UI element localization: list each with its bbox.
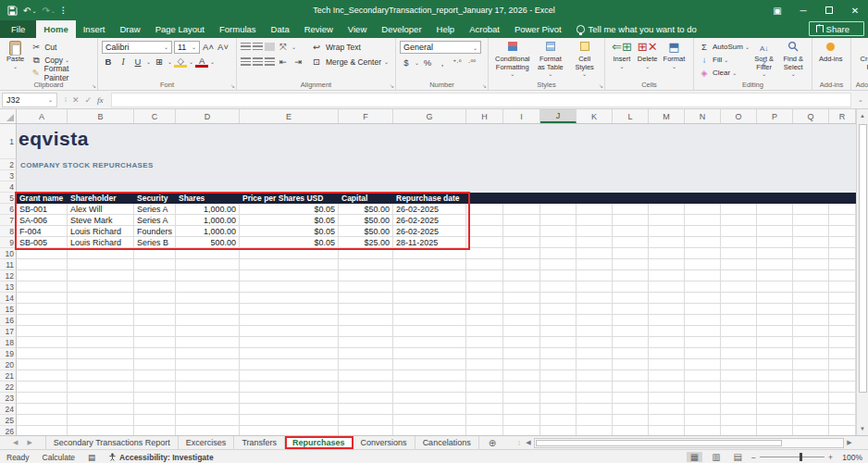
empty-cell[interactable] xyxy=(685,259,721,270)
empty-cell[interactable] xyxy=(176,370,240,382)
table-header-cell[interactable]: Shares xyxy=(176,193,240,204)
empty-cell[interactable] xyxy=(17,270,68,282)
empty-cell[interactable] xyxy=(757,248,793,259)
table-data-cell[interactable]: SA-006 xyxy=(17,215,68,226)
column-header-D[interactable]: D xyxy=(176,109,240,123)
select-all-corner[interactable] xyxy=(0,109,17,123)
empty-cell[interactable] xyxy=(134,304,176,315)
column-header-J[interactable]: J xyxy=(540,109,577,123)
insert-cells-button[interactable]: ⇐⊞ Insert⌄ xyxy=(609,41,635,70)
empty-cell[interactable] xyxy=(685,304,721,315)
band-row-3[interactable] xyxy=(17,170,856,181)
ribbon-tab-page-layout[interactable]: Page Layout xyxy=(148,20,212,38)
formula-input[interactable] xyxy=(111,93,851,107)
ribbon-tab-view[interactable]: View xyxy=(341,20,374,38)
row-header-16[interactable]: 16 xyxy=(0,315,17,326)
empty-cell[interactable] xyxy=(793,426,829,435)
borders-caret-icon[interactable]: ⌄ xyxy=(167,58,172,65)
empty-cell[interactable] xyxy=(577,304,613,315)
table-data-cell[interactable]: SB-005 xyxy=(17,237,68,248)
empty-cell[interactable] xyxy=(577,337,613,348)
page-break-view-icon[interactable]: ▤ xyxy=(730,452,746,462)
empty-cell[interactable] xyxy=(649,348,685,359)
row-header-12[interactable]: 12 xyxy=(0,270,17,282)
empty-cell[interactable] xyxy=(577,315,613,326)
empty-cell[interactable] xyxy=(240,304,339,315)
empty-cell[interactable] xyxy=(503,315,540,326)
format-painter-button[interactable]: ✎Format Painter xyxy=(30,67,93,79)
table-data-cell[interactable]: $50.00 xyxy=(339,215,393,226)
column-header-M[interactable]: M xyxy=(649,109,685,123)
empty-cell[interactable] xyxy=(393,426,466,435)
row-header-17[interactable]: 17 xyxy=(0,326,17,337)
empty-cell[interactable] xyxy=(240,348,339,359)
column-header-L[interactable]: L xyxy=(613,109,649,123)
empty-cell[interactable] xyxy=(540,382,577,393)
ribbon-tab-insert[interactable]: Insert xyxy=(76,20,113,38)
empty-cell[interactable] xyxy=(240,270,339,282)
empty-cell[interactable] xyxy=(649,415,685,426)
empty-cell[interactable] xyxy=(613,315,649,326)
empty-cell[interactable] xyxy=(721,382,757,393)
empty-cell[interactable] xyxy=(134,348,176,359)
empty-cell[interactable] xyxy=(176,348,240,359)
sheet-tab-conversions[interactable]: Conversions xyxy=(353,436,415,449)
empty-cell[interactable] xyxy=(134,315,176,326)
empty-cell[interactable] xyxy=(134,404,176,415)
align-center-icon[interactable] xyxy=(253,57,263,66)
empty-cell[interactable] xyxy=(721,393,757,404)
empty-cell[interactable] xyxy=(793,293,829,304)
increase-decimal-icon[interactable]: ⁺·⁰ xyxy=(451,56,464,69)
format-as-table-button[interactable]: Format as Table⌄ xyxy=(533,41,569,78)
empty-cell[interactable] xyxy=(540,293,577,304)
table-data-cell[interactable]: Series A xyxy=(134,215,176,226)
empty-cell[interactable] xyxy=(757,270,793,282)
zoom-level[interactable]: 100% xyxy=(838,453,862,462)
empty-cell[interactable] xyxy=(649,215,685,226)
delete-cells-button[interactable]: ⊞✕ Delete⌄ xyxy=(635,41,661,70)
empty-cell[interactable] xyxy=(721,426,757,435)
empty-cell[interactable] xyxy=(757,370,793,382)
table-data-cell[interactable]: 26-02-2025 xyxy=(393,215,466,226)
empty-cell[interactable] xyxy=(240,404,339,415)
empty-cell[interactable] xyxy=(466,226,503,237)
empty-cell[interactable] xyxy=(240,315,339,326)
empty-cell[interactable] xyxy=(757,426,793,435)
percent-style-icon[interactable]: % xyxy=(421,56,434,69)
empty-cell[interactable] xyxy=(649,293,685,304)
empty-cell[interactable] xyxy=(577,348,613,359)
empty-cell[interactable] xyxy=(134,293,176,304)
empty-cell[interactable] xyxy=(721,415,757,426)
zoom-in-icon[interactable]: + xyxy=(828,453,833,462)
empty-cell[interactable] xyxy=(793,415,829,426)
row-header-14[interactable]: 14 xyxy=(0,293,17,304)
empty-cell[interactable] xyxy=(577,370,613,382)
empty-cell[interactable] xyxy=(176,259,240,270)
sheet-tab-cancelations[interactable]: Cancelations xyxy=(415,436,479,449)
empty-cell[interactable] xyxy=(829,393,856,404)
column-header-C[interactable]: C xyxy=(134,109,176,123)
zoom-out-icon[interactable]: − xyxy=(751,453,756,462)
paste-button[interactable]: Paste ⌄ xyxy=(4,41,27,70)
ribbon-tab-review[interactable]: Review xyxy=(297,20,341,38)
empty-cell[interactable] xyxy=(685,404,721,415)
empty-cell[interactable] xyxy=(721,248,757,259)
sheet-tab-excercises[interactable]: Excercises xyxy=(179,436,235,449)
empty-cell[interactable] xyxy=(503,382,540,393)
empty-cell[interactable] xyxy=(540,348,577,359)
empty-cell[interactable] xyxy=(240,426,339,435)
empty-cell[interactable] xyxy=(577,359,613,370)
scroll-down-icon[interactable]: ▼ xyxy=(857,422,868,435)
empty-cell[interactable] xyxy=(466,315,503,326)
empty-cell[interactable] xyxy=(829,204,856,215)
prev-sheet-icon[interactable]: ◀ xyxy=(13,439,18,446)
column-header-H[interactable]: H xyxy=(466,109,503,123)
empty-cell[interactable] xyxy=(685,315,721,326)
empty-cell[interactable] xyxy=(17,393,68,404)
empty-cell[interactable] xyxy=(829,293,856,304)
empty-cell[interactable] xyxy=(17,293,68,304)
empty-cell[interactable] xyxy=(793,393,829,404)
horizontal-scroll-track[interactable] xyxy=(534,438,844,448)
empty-cell[interactable] xyxy=(68,315,134,326)
empty-cell[interactable] xyxy=(68,370,134,382)
